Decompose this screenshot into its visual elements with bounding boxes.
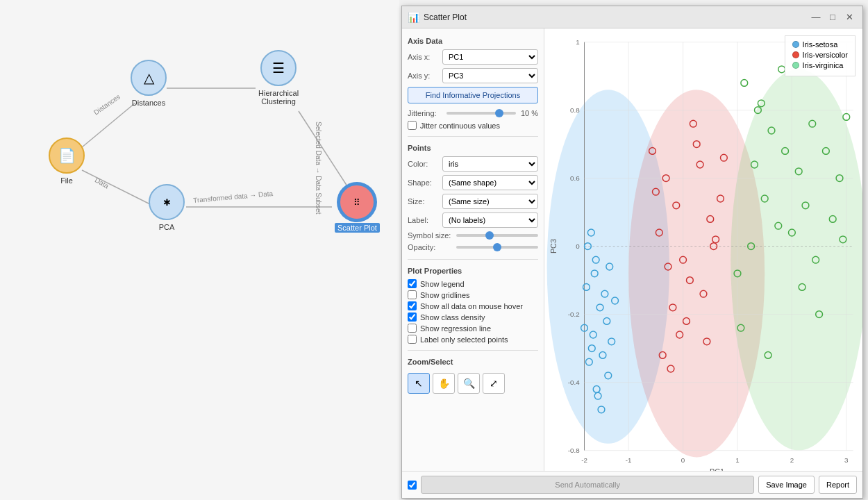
plot-svg: 1 0.8 0.6 0 -0.2 -0.4 -0.8 -2 -1 0 1 2 3…	[544, 28, 862, 471]
jittering-row: Jittering: 10 %	[408, 109, 538, 117]
size-row: Size: (Same size)iris	[408, 194, 538, 209]
svg-text:1: 1	[576, 38, 579, 46]
legend-dot-versicolor	[792, 51, 799, 58]
legend-label-virginica: Iris-virginica	[803, 61, 844, 69]
node-hierarchical[interactable]: ☰ HierarchicalClustering	[258, 50, 299, 106]
size-label: Size:	[408, 197, 442, 206]
scatter-plot-window: 📊 Scatter Plot — □ ✕ Axis Data Axis x: P…	[401, 6, 863, 499]
color-label: Color:	[408, 160, 442, 168]
node-scatter-circle: ⠿	[339, 184, 375, 220]
svg-text:0.6: 0.6	[570, 174, 580, 182]
send-auto-checkbox[interactable]	[408, 481, 417, 490]
show-regression-checkbox[interactable]	[408, 324, 417, 333]
show-legend-row: Show legend	[408, 279, 538, 288]
node-file[interactable]: 📄 File	[49, 138, 85, 185]
node-scatter[interactable]: ⠿ Scatter Plot	[335, 184, 380, 233]
legend-item-versicolor: Iris-versicolor	[792, 51, 848, 59]
edge-label-transformed: Transformed data → Data	[193, 190, 274, 204]
legend-label-versicolor: Iris-versicolor	[803, 51, 848, 59]
main-content: Axis Data Axis x: PC1PC2PC3PC4 Axis y: P…	[402, 28, 862, 471]
axis-x-row: Axis x: PC1PC2PC3PC4	[408, 49, 538, 65]
svg-text:2: 2	[790, 456, 794, 464]
svg-text:3: 3	[844, 456, 849, 464]
opacity-label: Opacity:	[408, 243, 456, 251]
jitter-continuous-checkbox[interactable]	[408, 121, 417, 130]
jittering-label: Jittering:	[408, 109, 444, 117]
send-automatically-button[interactable]: Send Automatically	[421, 476, 754, 494]
node-hier-label: HierarchicalClustering	[258, 89, 299, 106]
label-selected-label[interactable]: Label only selected points	[420, 335, 508, 344]
show-legend-label[interactable]: Show legend	[420, 280, 465, 288]
show-legend-checkbox[interactable]	[408, 279, 417, 288]
shape-row: Shape: (Same shape)iris	[408, 175, 538, 190]
node-distances-circle: △	[131, 60, 167, 96]
show-regression-row: Show regression line	[408, 324, 538, 333]
minimize-button[interactable]: —	[808, 10, 824, 25]
edge-label-selected-data: Selected Data → Data Subset	[315, 122, 322, 214]
color-select[interactable]: irisNone	[442, 156, 538, 172]
jitter-value: 10 %	[519, 109, 538, 117]
size-select[interactable]: (Same size)iris	[442, 194, 538, 209]
jitter-continuous-row: Jitter continuous values	[408, 121, 538, 130]
zoom-tool-button[interactable]: 🔍	[458, 373, 480, 394]
shape-select[interactable]: (Same shape)iris	[442, 175, 538, 190]
scatter-window-title: Scatter Plot	[424, 12, 807, 22]
show-density-label[interactable]: Show class density	[420, 313, 485, 322]
node-hier-circle: ☰	[260, 50, 297, 86]
axis-y-label: Axis y:	[408, 72, 442, 80]
save-image-button[interactable]: Save Image	[758, 476, 815, 494]
bottom-bar: Send Automatically Save Image Report	[402, 471, 862, 498]
svg-text:0: 0	[576, 242, 580, 250]
show-density-row: Show class density	[408, 312, 538, 322]
svg-line-0	[82, 103, 135, 147]
edge-label-data1: Data	[94, 176, 110, 190]
legend-dot-virginica	[792, 62, 799, 69]
select-tool-button[interactable]: ↖	[408, 373, 430, 394]
maximize-button[interactable]: □	[825, 10, 840, 25]
show-gridlines-label[interactable]: Show gridlines	[420, 291, 470, 299]
label-selected-row: Label only selected points	[408, 335, 538, 344]
connections-svg	[0, 0, 399, 500]
show-regression-label[interactable]: Show regression line	[420, 324, 491, 333]
opacity-row: Opacity:	[408, 243, 538, 251]
reset-zoom-button[interactable]: ⤢	[483, 373, 505, 394]
color-row: Color: irisNone	[408, 156, 538, 172]
symbol-size-label: Symbol size:	[408, 231, 456, 240]
opacity-slider[interactable]	[456, 246, 538, 249]
find-projections-button[interactable]: Find Informative Projections	[408, 87, 538, 103]
report-button[interactable]: Report	[819, 476, 857, 494]
svg-line-1	[82, 170, 151, 205]
scatter-window-icon: 📊	[408, 12, 419, 23]
show-density-checkbox[interactable]	[408, 312, 417, 322]
axis-y-row: Axis y: PC1PC2PC3PC4	[408, 68, 538, 83]
symbol-size-row: Symbol size:	[408, 231, 538, 240]
svg-text:-2: -2	[581, 456, 587, 464]
edge-label-distances: Distances	[92, 92, 122, 116]
axis-y-select[interactable]: PC1PC2PC3PC4	[442, 68, 538, 83]
svg-text:1: 1	[735, 456, 739, 464]
svg-line-3	[299, 111, 347, 186]
svg-text:0: 0	[681, 456, 685, 464]
show-gridlines-checkbox[interactable]	[408, 290, 417, 299]
jitter-continuous-label[interactable]: Jitter continuous values	[420, 122, 500, 130]
label-select[interactable]: (No labels)iris	[442, 212, 538, 228]
node-distances[interactable]: △ Distances	[131, 60, 167, 107]
symbol-size-slider[interactable]	[456, 234, 538, 237]
close-button[interactable]: ✕	[842, 10, 857, 25]
show-hover-label[interactable]: Show all data on mouse hover	[420, 302, 523, 310]
axis-x-label: Axis x:	[408, 53, 442, 61]
axis-x-select[interactable]: PC1PC2PC3PC4	[442, 49, 538, 65]
jittering-slider[interactable]	[446, 112, 516, 115]
node-pca[interactable]: ✱ PCA	[149, 184, 185, 231]
svg-text:0.8: 0.8	[570, 106, 580, 114]
label-row: Label: (No labels)iris	[408, 212, 538, 228]
legend-label-setosa: Iris-setosa	[803, 40, 838, 49]
svg-point-79	[741, 80, 748, 87]
show-hover-checkbox[interactable]	[408, 301, 417, 310]
label-selected-checkbox[interactable]	[408, 335, 417, 344]
legend-item-setosa: Iris-setosa	[792, 40, 848, 49]
pan-tool-button[interactable]: ✋	[433, 373, 455, 394]
zoom-select-row: ↖ ✋ 🔍 ⤢	[408, 373, 538, 394]
show-gridlines-row: Show gridlines	[408, 290, 538, 299]
node-scatter-label: Scatter Plot	[335, 223, 380, 233]
